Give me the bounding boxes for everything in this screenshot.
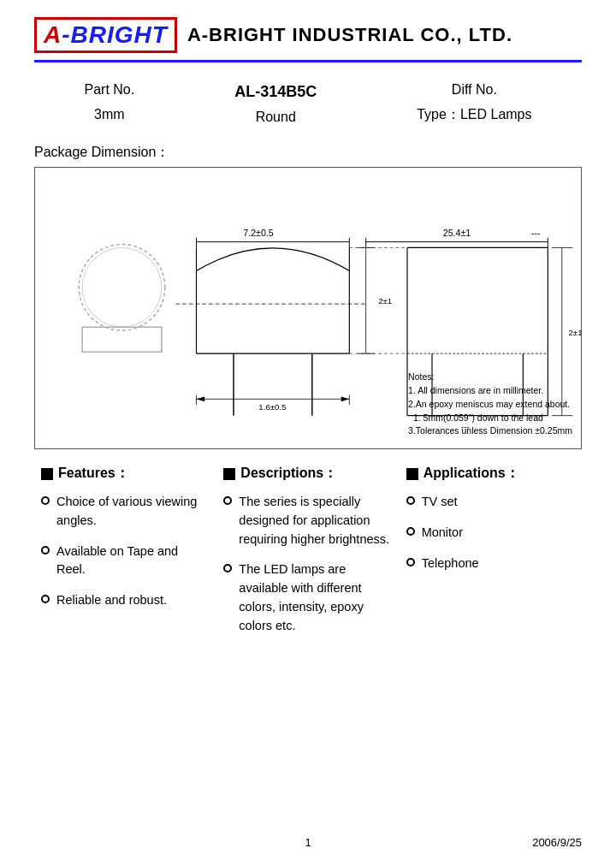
package-notes: Notes: 1. All dimensions are in millimet… [408, 371, 572, 438]
footer: 1 2006/9/25 [0, 836, 616, 849]
note-1: 1. All dimensions are in millimeter. [408, 384, 572, 398]
application-text-3: Telephone [422, 555, 575, 573]
applications-title: Applications： [424, 465, 519, 483]
application-text-2: Monitor [422, 524, 575, 543]
svg-marker-27 [341, 397, 350, 402]
package-title: Package Dimension： [34, 144, 582, 162]
footer-date: 2006/9/25 [532, 836, 582, 849]
part-no-value: AL-314B5C [234, 78, 317, 105]
type-label: Type：LED Lamps [417, 103, 531, 128]
description-text-1: The series is specially designed for app… [239, 493, 392, 549]
bottom-sections: Features： Choice of various viewing angl… [34, 465, 582, 647]
circle-bullet-icon [406, 496, 415, 505]
features-bullet-icon [41, 468, 53, 480]
note-title: Notes: [408, 371, 572, 384]
features-title: Features： [58, 465, 129, 483]
note-2b: 1. 5mm(0.059") down to the lead [408, 412, 572, 425]
descriptions-section: Descriptions： The series is specially de… [216, 465, 399, 647]
svg-point-1 [82, 248, 162, 328]
diff-no-label: Diff No. [417, 78, 531, 103]
features-header: Features： [41, 465, 210, 483]
description-item-2: The LED lamps are available with differe… [223, 561, 392, 635]
part-size: 3mm [85, 103, 135, 128]
package-diagram: 7.2±0.5 25.4±1 --- 2±1 1.6±0.5 [34, 167, 582, 449]
svg-point-0 [79, 245, 165, 331]
applications-header: Applications： [406, 465, 575, 483]
svg-text:2±1: 2±1 [378, 296, 392, 305]
circle-bullet-icon [406, 527, 415, 536]
part-number-col: Part No. 3mm [85, 78, 135, 130]
part-shape: Round [234, 105, 317, 130]
feature-text-1: Choice of various viewing angles. [56, 493, 210, 531]
circle-bullet-icon [223, 564, 232, 572]
part-no-label: Part No. [85, 78, 135, 103]
description-text-2: The LED lamps are available with differe… [239, 561, 392, 635]
note-3: 3.Tolerances unless Dimension ±0.25mm [408, 424, 572, 438]
application-item-2: Monitor [406, 524, 575, 543]
circle-bullet-icon [223, 496, 232, 505]
svg-text:7.2±0.5: 7.2±0.5 [243, 228, 273, 238]
application-item-1: TV set [406, 493, 575, 512]
circle-bullet-icon [41, 595, 50, 603]
diff-col: Diff No. Type：LED Lamps [417, 78, 531, 130]
descriptions-header: Descriptions： [223, 465, 392, 483]
svg-text:1.6±0.5: 1.6±0.5 [258, 402, 286, 412]
company-name: A-BRIGHT INDUSTRIAL CO., LTD. [187, 24, 512, 46]
header: A-BRIGHT A-BRIGHT INDUSTRIAL CO., LTD. [34, 17, 582, 62]
svg-text:2±1: 2±1 [569, 328, 581, 337]
logo: A-BRIGHT [34, 17, 177, 53]
feature-text-2: Available on Tape and Reel. [56, 543, 210, 580]
descriptions-title: Descriptions： [240, 465, 337, 483]
feature-item-1: Choice of various viewing angles. [41, 493, 210, 531]
application-text-1: TV set [422, 493, 575, 512]
part-info: Part No. 3mm AL-314B5C Round Diff No. Ty… [34, 78, 582, 130]
applications-section: Applications： TV set Monitor Telephone [400, 465, 582, 647]
svg-rect-2 [82, 327, 162, 352]
svg-text:---: --- [531, 228, 541, 238]
applications-bullet-icon [406, 468, 418, 480]
feature-item-3: Reliable and robust. [41, 591, 210, 610]
svg-text:25.4±1: 25.4±1 [443, 228, 471, 238]
svg-marker-26 [197, 397, 205, 402]
feature-item-2: Available on Tape and Reel. [41, 543, 210, 580]
part-value-col: AL-314B5C Round [234, 78, 317, 130]
page-number: 1 [305, 836, 311, 849]
note-2: 2.An epoxy meniscus may extend about. [408, 398, 572, 412]
description-item-1: The series is specially designed for app… [223, 493, 392, 549]
circle-bullet-icon [41, 496, 50, 505]
circle-bullet-icon [406, 558, 415, 566]
feature-text-3: Reliable and robust. [56, 591, 210, 610]
application-item-3: Telephone [406, 555, 575, 573]
features-section: Features： Choice of various viewing angl… [34, 465, 216, 647]
circle-bullet-icon [41, 546, 50, 555]
descriptions-bullet-icon [223, 468, 235, 480]
